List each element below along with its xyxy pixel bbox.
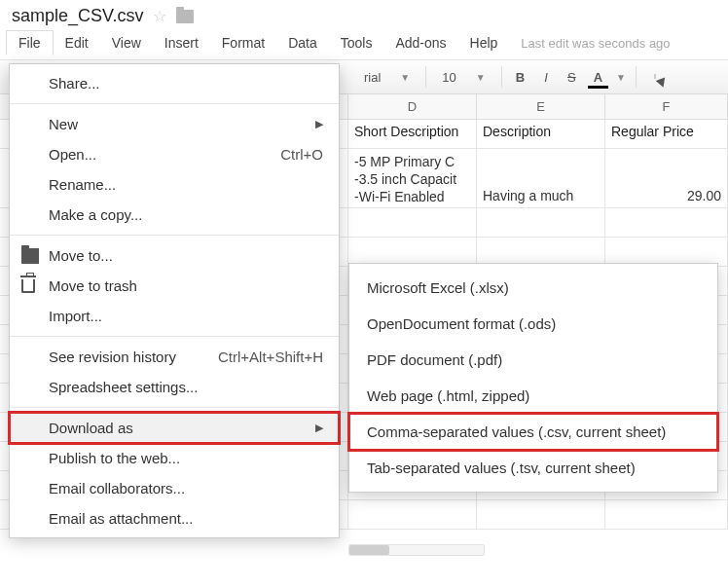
strikethrough-button[interactable]: S	[564, 68, 580, 87]
font-dropdown[interactable]: rial ▼	[358, 68, 416, 87]
menu-view[interactable]: View	[100, 31, 153, 55]
cell-e2[interactable]: Having a much	[477, 149, 605, 207]
cell-f2[interactable]: 29.00	[605, 149, 728, 207]
file-menu-email-attachment[interactable]: Email as attachment...	[10, 503, 339, 533]
menu-tools[interactable]: Tools	[329, 31, 384, 55]
scrollbar-thumb[interactable]	[349, 545, 389, 555]
menu-insert[interactable]: Insert	[153, 31, 210, 55]
file-menu-move-trash[interactable]: Move to trash	[10, 271, 339, 301]
shortcut-text: Ctrl+O	[280, 146, 323, 163]
file-menu-dropdown: Share... New▶ Open...Ctrl+O Rename... Ma…	[9, 63, 340, 538]
menu-file[interactable]: File	[6, 30, 54, 55]
file-menu-download-as[interactable]: Download as▶	[10, 413, 339, 443]
cell-d2[interactable]: -5 MP Primary C -3.5 inch Capacit -Wi-Fi…	[348, 149, 477, 207]
italic-button[interactable]: I	[538, 68, 554, 87]
column-header-f[interactable]: F	[605, 94, 728, 119]
download-pdf[interactable]: PDF document (.pdf)	[349, 342, 717, 378]
menu-format[interactable]: Format	[210, 31, 276, 55]
menu-data[interactable]: Data	[276, 31, 329, 55]
file-menu-rename[interactable]: Rename...	[10, 169, 339, 200]
download-csv[interactable]: Comma-separated values (.csv, current sh…	[349, 414, 717, 450]
cell-f1[interactable]: Regular Price	[605, 120, 728, 148]
separator	[425, 66, 426, 88]
bold-button[interactable]: B	[512, 68, 528, 87]
trash-icon	[21, 279, 35, 293]
menu-addons[interactable]: Add-ons	[383, 31, 457, 55]
font-name: rial	[364, 70, 381, 85]
file-menu-make-copy[interactable]: Make a copy...	[10, 200, 339, 230]
download-xlsx[interactable]: Microsoft Excel (.xlsx)	[349, 270, 717, 306]
chevron-down-icon: ▼	[476, 72, 486, 83]
folder-icon	[21, 248, 39, 264]
file-menu-share[interactable]: Share...	[10, 68, 339, 98]
download-tsv[interactable]: Tab-separated values (.tsv, current shee…	[349, 450, 717, 486]
menu-bar: File Edit View Insert Format Data Tools …	[0, 28, 728, 59]
download-html[interactable]: Web page (.html, zipped)	[349, 378, 717, 414]
divider	[10, 103, 339, 104]
column-header-e[interactable]: E	[477, 94, 605, 119]
divider	[10, 336, 339, 337]
cell-d1[interactable]: Short Description	[348, 120, 477, 148]
separator	[636, 66, 637, 88]
font-size: 10	[442, 70, 455, 85]
fill-color-button[interactable]	[646, 75, 662, 79]
file-menu-move-to[interactable]: Move to...	[10, 240, 339, 271]
menu-edit[interactable]: Edit	[54, 31, 100, 55]
download-ods[interactable]: OpenDocument format (.ods)	[349, 306, 717, 342]
download-as-submenu: Microsoft Excel (.xlsx) OpenDocument for…	[348, 263, 718, 493]
divider	[10, 235, 339, 236]
column-header-d[interactable]: D	[348, 94, 477, 119]
cell-e1[interactable]: Description	[477, 120, 605, 148]
horizontal-scrollbar[interactable]	[348, 544, 485, 556]
separator	[501, 66, 502, 88]
chevron-right-icon: ▶	[315, 422, 323, 434]
divider	[10, 407, 339, 408]
folder-icon[interactable]	[176, 10, 194, 23]
last-edit-text[interactable]: Last edit was seconds ago	[521, 36, 670, 51]
file-menu-open[interactable]: Open...Ctrl+O	[10, 139, 339, 169]
chevron-down-icon[interactable]: ▼	[616, 72, 626, 83]
chevron-right-icon: ▶	[315, 118, 323, 130]
file-menu-import[interactable]: Import...	[10, 301, 339, 331]
file-menu-publish[interactable]: Publish to the web...	[10, 443, 339, 473]
star-icon[interactable]: ☆	[153, 7, 166, 25]
document-title[interactable]: sample_CSV.csv	[12, 6, 143, 26]
file-menu-revision-history[interactable]: See revision historyCtrl+Alt+Shift+H	[10, 342, 339, 372]
file-menu-new[interactable]: New▶	[10, 109, 339, 139]
file-menu-spreadsheet-settings[interactable]: Spreadsheet settings...	[10, 372, 339, 402]
menu-help[interactable]: Help	[458, 31, 510, 55]
chevron-down-icon: ▼	[400, 72, 410, 83]
shortcut-text: Ctrl+Alt+Shift+H	[218, 349, 323, 365]
file-menu-email-collaborators[interactable]: Email collaborators...	[10, 473, 339, 503]
text-color-button[interactable]: A	[590, 68, 606, 87]
font-size-dropdown[interactable]: 10 ▼	[436, 68, 491, 87]
